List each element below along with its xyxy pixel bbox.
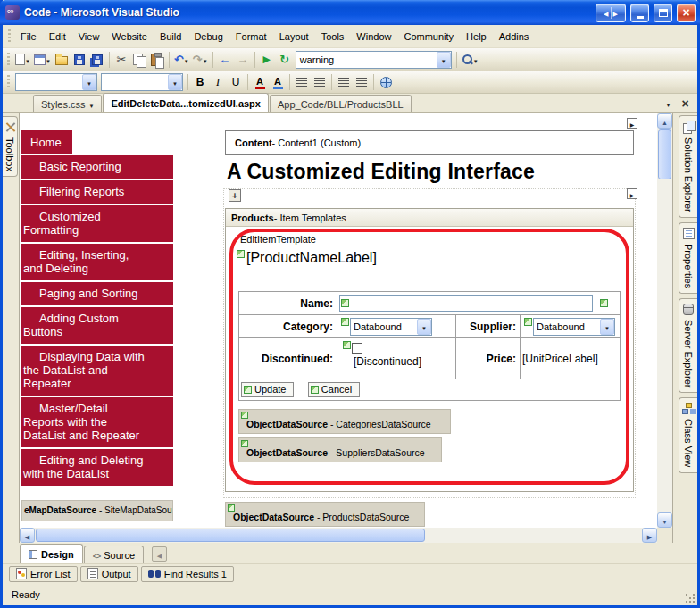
resize-grip[interactable] xyxy=(686,594,688,596)
menu-addins[interactable]: Addins xyxy=(493,29,536,45)
dropdown-arrow-button[interactable] xyxy=(417,319,431,335)
nav-item-customized-formatting[interactable]: Customized Formatting xyxy=(21,205,173,242)
menu-debug[interactable]: Debug xyxy=(188,29,229,45)
name-textbox[interactable] xyxy=(339,295,593,312)
italic-button[interactable] xyxy=(209,72,227,92)
paste-button[interactable] xyxy=(148,50,166,70)
tab-productsbll[interactable]: App_Code/BLL/ProductsBLL xyxy=(270,95,412,112)
numbered-list-button[interactable] xyxy=(353,72,371,92)
content-placeholder-header[interactable]: Content - Content1 (Custom) xyxy=(225,130,634,155)
categories-datasource-control[interactable]: ObjectDataSource - CategoriesDataSource xyxy=(238,409,451,434)
menu-build[interactable]: Build xyxy=(154,29,188,45)
bold-button[interactable] xyxy=(191,72,209,92)
close-button[interactable] xyxy=(677,4,696,22)
new-file-button[interactable] xyxy=(13,50,32,70)
menu-help[interactable]: Help xyxy=(460,29,493,45)
horizontal-scroll-thumb[interactable] xyxy=(36,529,425,542)
drag-grip[interactable] xyxy=(7,75,10,89)
cancel-button[interactable]: Cancel xyxy=(308,382,360,397)
nav-item-displaying-data[interactable]: Displaying Data with the DataList and Re… xyxy=(21,346,173,396)
nav-item-editing-deleting-datalist[interactable]: Editing and Deleting with the DataList xyxy=(21,449,173,486)
drag-grip[interactable] xyxy=(8,29,11,44)
find-in-files-button[interactable] xyxy=(460,50,480,70)
horizontal-scrollbar[interactable] xyxy=(20,528,657,543)
smart-tag-button[interactable] xyxy=(627,118,638,129)
unitprice-label-control[interactable]: [UnitPriceLabel] xyxy=(521,338,621,379)
align-text-button[interactable] xyxy=(293,72,311,92)
discontinued-checkbox[interactable] xyxy=(352,343,362,354)
menu-tools[interactable]: Tools xyxy=(315,29,351,45)
drag-grip[interactable] xyxy=(7,53,10,67)
smart-tag-button[interactable] xyxy=(627,188,638,199)
nav-item-basic-reporting[interactable]: Basic Reporting xyxy=(21,155,173,179)
minimize-button[interactable] xyxy=(630,4,649,22)
nav-item-master-detail[interactable]: Master/Detail Reports with the DataList … xyxy=(21,397,173,447)
scroll-left-button[interactable] xyxy=(20,528,35,543)
tab-scroll-button[interactable] xyxy=(152,546,167,562)
menu-file[interactable]: File xyxy=(14,29,43,45)
vertical-scroll-thumb[interactable] xyxy=(658,129,671,179)
cut-button[interactable] xyxy=(112,50,130,70)
properties-tab[interactable]: Properties xyxy=(679,222,697,294)
undo-button[interactable] xyxy=(172,50,191,70)
scroll-down-button[interactable] xyxy=(657,512,672,528)
open-file-button[interactable] xyxy=(53,50,71,70)
refresh-button[interactable] xyxy=(276,50,294,70)
menu-layout[interactable]: Layout xyxy=(273,29,315,45)
navigate-backward-button[interactable] xyxy=(216,50,234,70)
datalist-header[interactable]: Products - Item Templates xyxy=(226,209,633,227)
productname-label-control[interactable]: [ProductNameLabel] xyxy=(237,250,377,266)
menu-view[interactable]: View xyxy=(72,29,106,45)
supplier-dropdown[interactable]: Databound xyxy=(533,318,615,336)
vertical-scrollbar[interactable] xyxy=(657,113,672,528)
update-button[interactable]: Update xyxy=(241,382,294,397)
find-combobox-dropdown[interactable] xyxy=(437,52,451,68)
toolbox-tab[interactable]: Toolbox xyxy=(3,116,18,177)
save-button[interactable] xyxy=(71,50,88,70)
server-explorer-tab[interactable]: Server Explorer xyxy=(679,298,697,393)
find-combobox[interactable]: warning xyxy=(296,51,452,69)
dropdown-arrow-button[interactable] xyxy=(600,319,614,335)
font-combobox-dropdown[interactable] xyxy=(168,74,182,90)
tab-list-dropdown-button[interactable] xyxy=(662,96,675,110)
window-nav-button[interactable] xyxy=(596,4,626,22)
underline-button[interactable] xyxy=(227,72,245,92)
scroll-right-button[interactable] xyxy=(642,528,657,543)
redo-button[interactable] xyxy=(191,50,210,70)
style-combobox-dropdown[interactable] xyxy=(82,74,96,90)
hyperlink-button[interactable] xyxy=(377,72,395,92)
class-view-tab[interactable]: Class View xyxy=(679,397,697,472)
suppliers-datasource-control[interactable]: ObjectDataSource - SuppliersDataSource xyxy=(238,437,442,462)
menu-window[interactable]: Window xyxy=(350,29,397,45)
nav-item-filtering-reports[interactable]: Filtering Reports xyxy=(21,180,173,204)
nav-item-adding-custom-buttons[interactable]: Adding Custom Buttons xyxy=(21,307,173,344)
menu-format[interactable]: Format xyxy=(229,29,273,45)
output-tab[interactable]: Output xyxy=(80,566,138,582)
maximize-button[interactable] xyxy=(654,4,672,22)
tab-styles-css[interactable]: Styles.css xyxy=(33,95,102,112)
copy-button[interactable] xyxy=(130,50,148,70)
products-datasource-control[interactable]: ObjectDataSource - ProductsDataSource xyxy=(225,502,425,527)
font-combobox[interactable] xyxy=(101,73,183,91)
bullet-list-button[interactable] xyxy=(335,72,353,92)
sitemapdatasource-control[interactable]: eMapDataSource - SiteMapDataSource1 xyxy=(21,500,173,521)
scroll-up-button[interactable] xyxy=(657,113,672,129)
find-results-tab[interactable]: Find Results 1 xyxy=(141,566,234,582)
vs-logo-icon[interactable] xyxy=(5,5,20,20)
design-view-tab[interactable]: Design xyxy=(20,544,83,563)
close-document-button[interactable] xyxy=(679,96,692,110)
add-item-button[interactable] xyxy=(32,50,53,70)
category-dropdown[interactable]: Databound xyxy=(350,318,432,336)
font-color-button[interactable] xyxy=(251,72,269,92)
highlight-color-button[interactable] xyxy=(269,72,287,92)
block-format-button[interactable] xyxy=(311,72,329,92)
menu-website[interactable]: Website xyxy=(105,29,154,45)
move-handle-icon[interactable] xyxy=(229,189,241,202)
source-view-tab[interactable]: Source xyxy=(84,546,144,563)
tab-editdeletedatalist-aspx[interactable]: EditDeleteData...tomizedUI.aspx xyxy=(103,93,269,112)
error-list-tab[interactable]: Error List xyxy=(9,566,78,582)
menu-community[interactable]: Community xyxy=(397,29,460,45)
nav-home-tab[interactable]: Home xyxy=(21,130,72,154)
design-canvas[interactable]: Home Basic Reporting Filtering Reports C… xyxy=(20,113,657,528)
navigate-forward-button[interactable] xyxy=(234,50,252,70)
